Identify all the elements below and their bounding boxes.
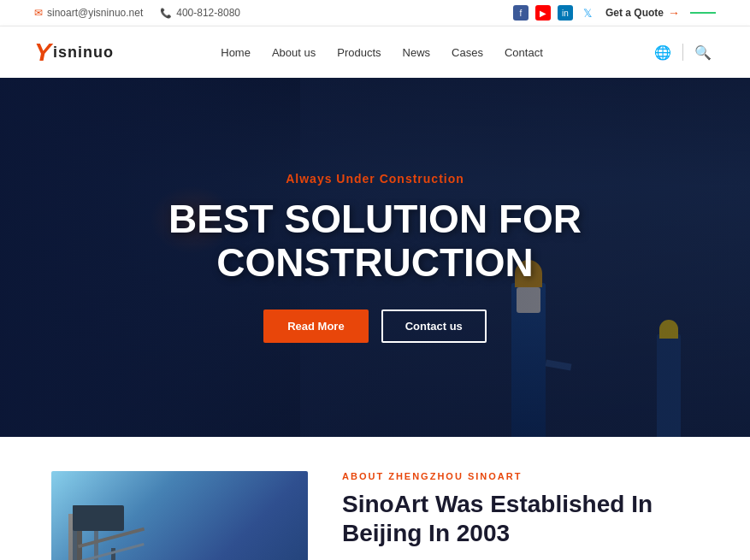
email-icon [34, 7, 43, 19]
logo-text: isninuo [53, 44, 114, 62]
get-quote-label: Get a Quote [605, 7, 664, 19]
about-image [51, 471, 308, 560]
nav-icon-divider [682, 44, 683, 61]
nav-about[interactable]: About us [272, 46, 316, 59]
nav-cases[interactable]: Cases [452, 46, 483, 59]
get-quote-button[interactable]: Get a Quote → [605, 6, 680, 20]
email-contact: sinoart@yisninuo.net [34, 7, 143, 19]
hero-title-line2: CONSTRUCTION [216, 240, 534, 285]
logo[interactable]: Y isninuo [34, 38, 114, 67]
hero-section: Always Under Construction BEST SOLUTION … [0, 78, 750, 437]
crane-structure [51, 471, 308, 560]
linkedin-icon[interactable]: in [558, 5, 573, 21]
email-text: sinoart@yisninuo.net [47, 7, 143, 19]
nav-contact[interactable]: Contact [505, 46, 543, 59]
green-accent-line [690, 12, 716, 14]
nav-home[interactable]: Home [221, 46, 251, 59]
top-bar: sinoart@yisninuo.net 400-812-8080 f ▶ in… [0, 0, 750, 27]
hero-buttons: Read More Contact us [168, 309, 582, 343]
phone-text: 400-812-8080 [176, 7, 240, 19]
phone-icon [160, 8, 172, 19]
facebook-icon[interactable]: f [513, 5, 529, 21]
arrow-icon: → [668, 6, 680, 20]
about-label: ABOUT ZHENGZHOU SINOART [342, 471, 699, 481]
hero-subtitle: Always Under Construction [168, 172, 582, 186]
about-title: SinoArt Was Established In Beijing In 20… [342, 490, 699, 547]
hero-title-line1: BEST SOLUTION FOR [168, 197, 582, 241]
contact-us-button[interactable]: Contact us [381, 309, 487, 343]
read-more-button[interactable]: Read More [263, 309, 368, 343]
top-bar-left: sinoart@yisninuo.net 400-812-8080 [34, 7, 240, 19]
search-icon[interactable]: 🔍 [690, 39, 716, 65]
about-section: ABOUT ZHENGZHOU SINOART SinoArt Was Esta… [0, 437, 750, 560]
logo-y: Y [34, 38, 51, 67]
hero-content: Always Under Construction BEST SOLUTION … [117, 172, 633, 343]
nav-products[interactable]: Products [337, 46, 381, 59]
nav-inner: Y isninuo Home About us Products News Ca… [34, 38, 716, 67]
nav-news[interactable]: News [403, 46, 431, 59]
hero-title: BEST SOLUTION FOR CONSTRUCTION [168, 197, 582, 284]
phone-contact: 400-812-8080 [160, 7, 240, 19]
twitter-icon[interactable]: 𝕏 [580, 5, 595, 21]
nav-icons: 🌐 🔍 [650, 39, 716, 65]
youtube-icon[interactable]: ▶ [535, 5, 551, 21]
language-icon[interactable]: 🌐 [650, 39, 676, 65]
social-icons: f ▶ in 𝕏 [513, 5, 595, 21]
navbar: Y isninuo Home About us Products News Ca… [0, 27, 750, 78]
nav-links: Home About us Products News Cases Contac… [221, 46, 543, 59]
top-bar-right: f ▶ in 𝕏 Get a Quote → [513, 5, 716, 21]
about-content: ABOUT ZHENGZHOU SINOART SinoArt Was Esta… [342, 471, 699, 560]
